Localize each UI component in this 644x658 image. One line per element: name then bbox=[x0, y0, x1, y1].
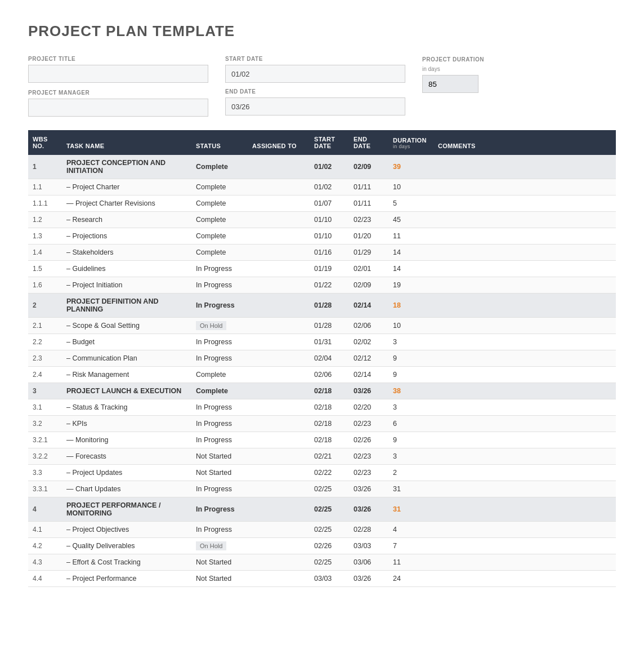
cell-start: 02/25 bbox=[310, 497, 349, 522]
cell-duration: 3 bbox=[388, 399, 433, 416]
cell-wbs: 3.3.1 bbox=[28, 481, 62, 497]
cell-wbs: 4.4 bbox=[28, 571, 62, 587]
project-title-input[interactable] bbox=[28, 65, 208, 83]
cell-start: 01/28 bbox=[310, 294, 349, 318]
cell-task: — Forecasts bbox=[62, 448, 191, 465]
cell-status: On Hold bbox=[191, 318, 248, 334]
cell-assigned bbox=[248, 334, 310, 350]
cell-task: – Effort & Cost Tracking bbox=[62, 554, 191, 571]
cell-wbs: 1.1 bbox=[28, 179, 62, 195]
table-row: 1.1.1 — Project Charter Revisions Comple… bbox=[28, 195, 616, 212]
table-row: 3.2 – KPIs In Progress 02/18 02/23 6 bbox=[28, 416, 616, 432]
cell-assigned bbox=[248, 554, 310, 571]
cell-end: 01/29 bbox=[349, 244, 388, 261]
cell-status: In Progress bbox=[191, 416, 248, 432]
cell-wbs: 2.2 bbox=[28, 334, 62, 350]
end-date-input[interactable] bbox=[225, 97, 405, 115]
cell-comments bbox=[433, 465, 616, 481]
cell-wbs: 3.2.2 bbox=[28, 448, 62, 465]
cell-assigned bbox=[248, 350, 310, 367]
cell-end: 02/01 bbox=[349, 261, 388, 277]
cell-task: – Quality Deliverables bbox=[62, 538, 191, 554]
table-row: 3.1 – Status & Tracking In Progress 02/1… bbox=[28, 399, 616, 416]
cell-duration: 10 bbox=[388, 179, 433, 195]
cell-start: 01/22 bbox=[310, 277, 349, 294]
cell-task: – Guidelines bbox=[62, 261, 191, 277]
cell-duration: 9 bbox=[388, 350, 433, 367]
cell-assigned bbox=[248, 538, 310, 554]
cell-assigned bbox=[248, 212, 310, 228]
start-date-input[interactable] bbox=[225, 65, 405, 83]
cell-comments bbox=[433, 416, 616, 432]
cell-wbs: 1.6 bbox=[28, 277, 62, 294]
table-row: 1.6 – Project Initiation In Progress 01/… bbox=[28, 277, 616, 294]
cell-start: 01/16 bbox=[310, 244, 349, 261]
cell-start: 02/06 bbox=[310, 367, 349, 383]
project-duration-sublabel: in days bbox=[422, 66, 490, 72]
project-manager-input[interactable] bbox=[28, 99, 208, 117]
table-row: 4.1 – Project Objectives In Progress 02/… bbox=[28, 522, 616, 538]
table-row: 3 PROJECT LAUNCH & EXECUTION Complete 02… bbox=[28, 383, 616, 399]
table-row: 4.4 – Project Performance Not Started 03… bbox=[28, 571, 616, 587]
cell-status: Complete bbox=[191, 212, 248, 228]
cell-wbs: 2 bbox=[28, 294, 62, 318]
cell-status: Complete bbox=[191, 228, 248, 244]
cell-end: 02/23 bbox=[349, 212, 388, 228]
cell-comments bbox=[433, 244, 616, 261]
cell-duration: 7 bbox=[388, 538, 433, 554]
cell-assigned bbox=[248, 448, 310, 465]
table-row: 3.3.1 — Chart Updates In Progress 02/25 … bbox=[28, 481, 616, 497]
cell-wbs: 3.2 bbox=[28, 416, 62, 432]
cell-start: 02/22 bbox=[310, 465, 349, 481]
cell-end: 02/14 bbox=[349, 294, 388, 318]
cell-start: 01/10 bbox=[310, 228, 349, 244]
cell-wbs: 3 bbox=[28, 383, 62, 399]
table-row: 2.3 – Communication Plan In Progress 02/… bbox=[28, 350, 616, 367]
table-row: 1 PROJECT CONCEPTION AND INITIATION Comp… bbox=[28, 155, 616, 179]
cell-end: 02/23 bbox=[349, 448, 388, 465]
cell-end: 01/20 bbox=[349, 228, 388, 244]
project-title-label: PROJECT TITLE bbox=[28, 56, 208, 62]
project-title-group: PROJECT TITLE bbox=[28, 56, 208, 83]
cell-status: In Progress bbox=[191, 481, 248, 497]
cell-start: 02/04 bbox=[310, 350, 349, 367]
cell-task: PROJECT DEFINITION AND PLANNING bbox=[62, 294, 191, 318]
cell-duration: 24 bbox=[388, 571, 433, 587]
cell-assigned bbox=[248, 522, 310, 538]
cell-task: – Scope & Goal Setting bbox=[62, 318, 191, 334]
cell-comments bbox=[433, 350, 616, 367]
cell-assigned bbox=[248, 497, 310, 522]
project-manager-group: PROJECT MANAGER bbox=[28, 90, 208, 117]
th-end: END DATE bbox=[349, 130, 388, 155]
cell-start: 03/03 bbox=[310, 571, 349, 587]
cell-duration: 14 bbox=[388, 244, 433, 261]
cell-end: 02/06 bbox=[349, 318, 388, 334]
cell-duration: 9 bbox=[388, 432, 433, 448]
cell-assigned bbox=[248, 179, 310, 195]
cell-task: – KPIs bbox=[62, 416, 191, 432]
th-duration: DURATIONin days bbox=[388, 130, 433, 155]
cell-assigned bbox=[248, 481, 310, 497]
cell-status: In Progress bbox=[191, 497, 248, 522]
cell-start: 01/02 bbox=[310, 155, 349, 179]
cell-end: 02/23 bbox=[349, 465, 388, 481]
cell-wbs: 1 bbox=[28, 155, 62, 179]
cell-end: 02/02 bbox=[349, 334, 388, 350]
cell-end: 02/09 bbox=[349, 155, 388, 179]
cell-task: – Research bbox=[62, 212, 191, 228]
cell-end: 02/26 bbox=[349, 432, 388, 448]
table-row: 1.4 – Stakeholders Complete 01/16 01/29 … bbox=[28, 244, 616, 261]
cell-comments bbox=[433, 179, 616, 195]
cell-assigned bbox=[248, 195, 310, 212]
table-row: 1.1 – Project Charter Complete 01/02 01/… bbox=[28, 179, 616, 195]
cell-comments bbox=[433, 522, 616, 538]
cell-start: 02/18 bbox=[310, 416, 349, 432]
cell-end: 02/28 bbox=[349, 522, 388, 538]
table-row: 3.3 – Project Updates Not Started 02/22 … bbox=[28, 465, 616, 481]
cell-end: 03/26 bbox=[349, 383, 388, 399]
cell-end: 03/06 bbox=[349, 554, 388, 571]
date-pair: START DATE END DATE bbox=[225, 56, 405, 115]
cell-start: 01/19 bbox=[310, 261, 349, 277]
project-duration-input[interactable] bbox=[422, 75, 478, 93]
cell-assigned bbox=[248, 277, 310, 294]
